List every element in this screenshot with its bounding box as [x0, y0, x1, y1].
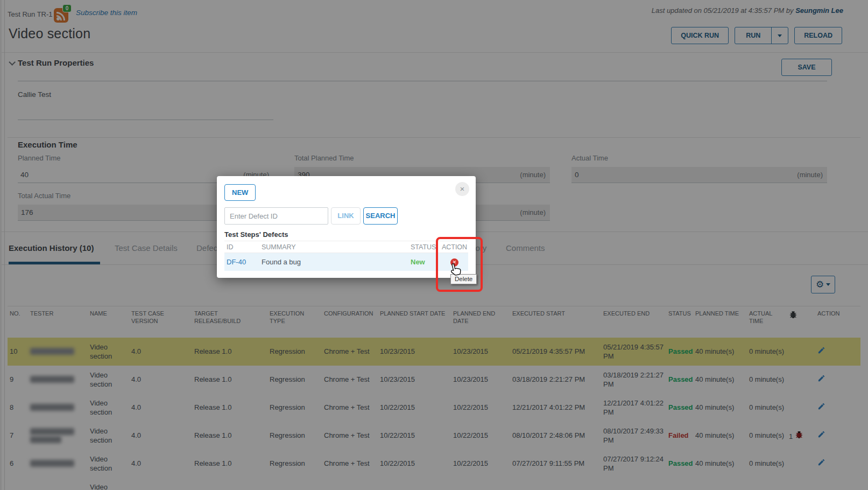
defects-table-title: Test Steps' Defects	[224, 230, 288, 239]
defect-status-badge: New	[411, 258, 441, 266]
defects-table-header: ID SUMMARY STATUS ACTION	[224, 241, 468, 253]
defect-col-summary: SUMMARY	[262, 243, 411, 251]
defect-col-action: ACTION	[441, 243, 468, 251]
defect-col-id: ID	[224, 243, 262, 251]
defect-col-status: STATUS	[411, 243, 441, 251]
defect-id-input[interactable]	[224, 207, 328, 225]
link-defect-button[interactable]: LINK	[331, 207, 361, 225]
defect-id-link[interactable]: DF-40	[224, 258, 262, 266]
link-defect-modal: NEW × LINK SEARCH Test Steps' Defects ID…	[217, 176, 476, 278]
defect-summary: Found a bug	[262, 258, 411, 266]
new-defect-button[interactable]: NEW	[224, 184, 256, 201]
defect-row[interactable]: DF-40 Found a bug New ✕	[224, 253, 468, 271]
close-icon[interactable]: ×	[455, 182, 469, 196]
search-defect-button[interactable]: SEARCH	[363, 207, 398, 225]
